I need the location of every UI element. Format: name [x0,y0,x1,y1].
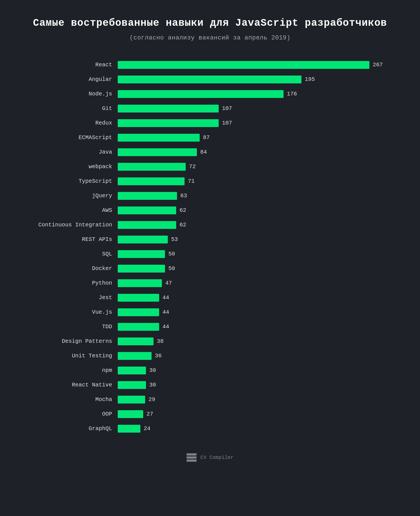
bar-label: Angular [28,76,118,83]
bar-label: jQuery [28,193,118,199]
bar-label: Redux [28,120,118,126]
bar-value: 176 [287,91,297,97]
bar-fill [118,76,301,83]
bar-value: 47 [165,280,172,286]
bar-wrapper: 71 [118,177,392,185]
bar-value: 38 [157,338,164,344]
bar-wrapper: 62 [118,221,392,229]
bar-row: SQL50 [28,247,392,261]
bar-fill [118,221,176,229]
bar-wrapper: 87 [118,134,392,142]
bar-wrapper: 195 [118,76,392,83]
bar-fill [118,294,159,302]
bar-row: REST APIs53 [28,233,392,246]
bar-fill [118,148,197,156]
bar-wrapper: 53 [118,236,392,243]
bar-row: Node.js176 [28,87,392,101]
bar-fill [118,90,284,98]
bar-fill [118,279,162,287]
bar-label: Git [28,105,118,112]
bar-wrapper: 176 [118,90,392,98]
bar-value: 107 [222,105,232,112]
bar-fill [118,163,186,171]
bar-label: Mocha [28,396,118,403]
bar-value: 195 [305,76,315,83]
bar-row: Git107 [28,102,392,115]
bar-label: Jest [28,294,118,301]
bar-label: Java [28,149,118,155]
bar-row: Java84 [28,146,392,159]
bar-wrapper: 63 [118,192,392,200]
bar-label: Docker [28,265,118,272]
bar-row: Angular195 [28,73,392,86]
bar-label: React [28,62,118,68]
bar-row: npm30 [28,364,392,377]
bar-row: Redux107 [28,116,392,130]
bar-fill [118,381,146,389]
bar-fill [118,367,146,374]
bar-label: OOP [28,411,118,417]
bar-wrapper: 44 [118,308,392,316]
bar-label: Continuous Integration [28,222,118,228]
bar-row: OOP27 [28,407,392,421]
bar-value: 50 [168,265,175,272]
bar-fill [118,323,159,331]
bar-value: 62 [180,207,186,214]
page-subtitle: (согласно анализу вакансий за апрель 201… [129,34,291,41]
bar-wrapper: 30 [118,367,392,374]
bar-label: Unit Testing [28,353,118,359]
bar-wrapper: 24 [118,425,392,433]
bar-wrapper: 267 [118,61,392,69]
bar-fill [118,177,185,185]
bar-fill [118,207,176,214]
bar-wrapper: 29 [118,396,392,404]
bar-label: Vue.js [28,309,118,315]
bar-row: React Native30 [28,378,392,392]
bar-fill [118,192,177,200]
page-title: Самые востребованные навыки для JavaScri… [33,17,387,30]
bar-wrapper: 72 [118,163,392,171]
bar-fill [118,134,200,142]
bar-value: 84 [200,149,207,155]
bar-wrapper: 36 [118,352,392,360]
bar-row: Design Patterns38 [28,335,392,348]
bar-row: Jest44 [28,291,392,304]
bar-wrapper: 38 [118,337,392,345]
bar-row: Python47 [28,276,392,290]
bar-label: ECMAScript [28,134,118,141]
bar-label: Design Patterns [28,338,118,344]
bar-value: 44 [162,294,169,301]
bar-row: GraphQL24 [28,422,392,435]
bar-value: 87 [203,134,210,141]
bar-value: 71 [188,178,195,184]
bar-fill [118,396,145,404]
bar-label: webpack [28,163,118,170]
bar-value: 27 [147,411,153,417]
bar-value: 53 [171,236,178,243]
bar-value: 36 [155,353,162,359]
bar-fill [118,352,152,360]
bar-row: Docker50 [28,262,392,275]
bar-fill [118,308,159,316]
bar-row: webpack72 [28,160,392,173]
bar-wrapper: 50 [118,265,392,273]
bar-value: 63 [180,193,187,199]
bar-row: Vue.js44 [28,306,392,319]
bar-fill [118,265,165,273]
bar-wrapper: 107 [118,119,392,127]
bar-wrapper: 30 [118,381,392,389]
bar-fill [118,425,140,433]
bar-label: npm [28,367,118,374]
bar-fill [118,410,143,418]
bar-value: 72 [189,163,196,170]
bar-fill [118,236,168,243]
bar-wrapper: 84 [118,148,392,156]
bar-value: 29 [148,396,155,403]
bar-label: SQL [28,251,118,257]
bar-wrapper: 50 [118,250,392,258]
bar-label: React Native [28,382,118,388]
bar-value: 24 [144,425,150,432]
bar-wrapper: 62 [118,207,392,214]
bar-fill [118,337,154,345]
bar-wrapper: 44 [118,294,392,302]
